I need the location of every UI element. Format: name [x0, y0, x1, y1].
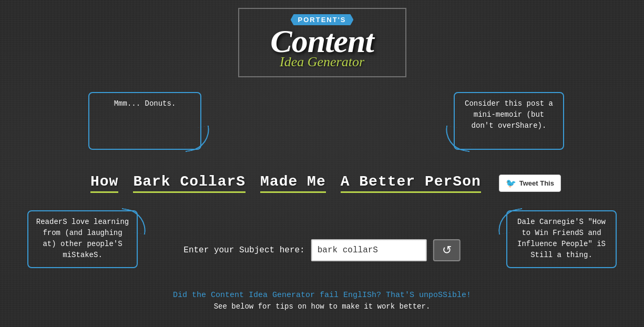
title-word-how-underline: [90, 191, 118, 193]
refresh-icon: ↺: [442, 243, 452, 257]
title-word-better: a Better PerSon: [333, 173, 488, 193]
bubble-bottom-left-text: ReaderS love learning from (and laughing…: [36, 218, 129, 259]
bottom-text: Did the Content Idea Generator fail Engl…: [0, 291, 644, 311]
title-word-bark-underline: [133, 191, 246, 193]
bubble-top-left: Mmm... Donuts.: [88, 92, 201, 150]
title-word-bark: Bark CollarS: [126, 173, 253, 193]
bubble-bottom-left: ReaderS love learning from (and laughing…: [27, 210, 138, 268]
page-container: PORTENT'S Content Idea Generator Mmm... …: [0, 0, 644, 327]
logo-box: PORTENT'S Content Idea Generator: [238, 8, 406, 77]
title-word-better-text: a Better PerSon: [341, 173, 481, 190]
bubble-top-left-text: Mmm... Donuts.: [114, 99, 176, 108]
title-word-mademe-underline: [260, 191, 326, 193]
title-word-mademe-text: Made Me: [260, 173, 326, 190]
title-word-how: How: [83, 173, 126, 193]
tweet-button[interactable]: 🐦 Tweet This: [499, 175, 561, 192]
title-word-how-text: How: [90, 173, 118, 190]
title-word-mademe: Made Me: [253, 173, 333, 193]
bottom-link-text[interactable]: Did the Content Idea Generator fail Engl…: [0, 291, 644, 300]
input-area: Enter your Subject here: ↺: [183, 239, 460, 261]
twitter-icon: 🐦: [506, 178, 516, 188]
title-word-better-underline: [341, 191, 481, 193]
portents-banner: PORTENT'S: [291, 14, 354, 25]
logo-content-text: Content: [250, 25, 395, 57]
title-word-bark-text: Bark CollarS: [133, 173, 246, 190]
subject-input[interactable]: [311, 239, 427, 261]
bubble-top-right: Consider this post a mini-memoir (but do…: [454, 92, 564, 150]
bottom-sub-text: See below for tips on how to make it wor…: [214, 302, 431, 311]
tweet-button-label: Tweet This: [519, 179, 554, 187]
refresh-button[interactable]: ↺: [433, 239, 461, 261]
bubble-top-right-text: Consider this post a mini-memoir (but do…: [465, 99, 553, 130]
title-row: How Bark CollarS Made Me a Better PerSon…: [0, 173, 644, 193]
bubble-bottom-right: Dale Carnegie'S "How to Win FriendS and …: [506, 210, 617, 268]
logo-area: PORTENT'S Content Idea Generator: [233, 8, 412, 77]
input-label: Enter your Subject here:: [183, 246, 304, 255]
bubble-bottom-right-text: Dale Carnegie'S "How to Win FriendS and …: [517, 218, 606, 259]
